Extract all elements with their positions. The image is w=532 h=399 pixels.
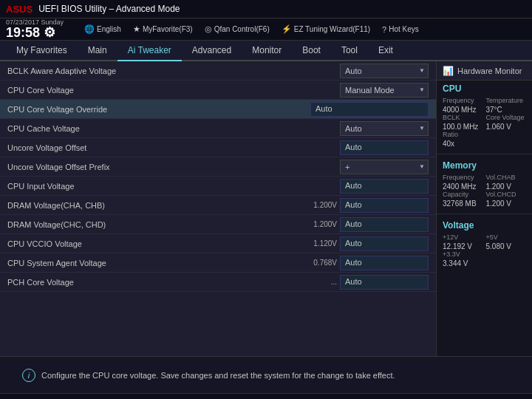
dropdown-control[interactable]: Auto bbox=[340, 121, 429, 136]
hw-section-title: Voltage bbox=[443, 220, 526, 231]
hw-value: 1.200 V bbox=[486, 183, 527, 191]
hw-label: Frequency bbox=[443, 174, 483, 181]
setting-row[interactable]: CPU Core Voltage OverrideAuto bbox=[0, 100, 436, 119]
setting-row[interactable]: CPU Cache VoltageAuto bbox=[0, 119, 436, 138]
hot-keys-btn[interactable]: ? Hot Keys bbox=[382, 25, 419, 34]
hw-label: Frequency bbox=[443, 97, 483, 104]
hw-section-voltage: Voltage+12V+5V12.192 V5.080 V+3.3V3.344 … bbox=[437, 217, 532, 270]
ez-tuning-btn[interactable]: ⚡ EZ Tuning Wizard(F11) bbox=[282, 24, 370, 34]
textbox-control[interactable]: Auto bbox=[340, 275, 429, 290]
hw-value: 40x bbox=[443, 140, 483, 148]
language-selector[interactable]: 🌐 English bbox=[84, 24, 121, 34]
nav-item-advanced[interactable]: Advanced bbox=[182, 41, 242, 61]
setting-prefix: 1.120V bbox=[304, 239, 337, 248]
hw-value: 1.200 V bbox=[486, 200, 527, 208]
setting-prefix: ... bbox=[304, 278, 337, 286]
hw-value: 4000 MHz bbox=[443, 106, 483, 114]
hw-section-title: Memory bbox=[443, 160, 526, 171]
hw-value: 100.0 MHz bbox=[443, 123, 483, 131]
nav-item-monitor[interactable]: Monitor bbox=[242, 41, 292, 61]
hw-grid-row: BCLKCore Voltage100.0 MHz1.060 V bbox=[443, 114, 526, 131]
ez-tuning-label: EZ Tuning Wizard(F11) bbox=[294, 25, 370, 33]
nav-item-boot[interactable]: Boot bbox=[292, 41, 331, 61]
second-bar: 07/23/2017 Sunday 19:58 ⚙ 🌐 English ★ My… bbox=[0, 18, 532, 41]
hw-value: 37°C bbox=[486, 106, 527, 114]
globe-icon: 🌐 bbox=[84, 24, 95, 34]
setting-label: Uncore Voltage Offset bbox=[7, 143, 340, 152]
info-icon: i bbox=[22, 369, 35, 382]
hot-keys-label: Hot Keys bbox=[389, 25, 419, 33]
hw-monitor-title: Hardware Monitor bbox=[457, 66, 522, 75]
setting-row[interactable]: DRAM Voltage(CHA, CHB)1.200VAuto bbox=[0, 196, 436, 215]
setting-row[interactable]: Uncore Voltage OffsetAuto bbox=[0, 138, 436, 157]
setting-row[interactable]: CPU Core VoltageManual Mode bbox=[0, 81, 436, 100]
setting-row[interactable]: CPU Input VoltageAuto bbox=[0, 177, 436, 196]
qfan-label: Qfan Control(F6) bbox=[214, 25, 270, 33]
setting-prefix: 1.200V bbox=[304, 201, 337, 209]
star-icon: ★ bbox=[133, 24, 140, 34]
hw-value: 12.192 V bbox=[443, 242, 483, 250]
setting-label: CPU Core Voltage bbox=[7, 86, 340, 95]
textbox-control[interactable]: Auto bbox=[310, 102, 429, 117]
hw-label: Vol.CHAB bbox=[486, 174, 527, 181]
hw-label: Temperature bbox=[486, 97, 527, 104]
setting-value-box: 1.200VAuto bbox=[304, 217, 429, 232]
setting-row[interactable]: Uncore Voltage Offset Prefix+ bbox=[0, 157, 436, 177]
my-favorites-label: MyFavorite(F3) bbox=[143, 25, 193, 33]
textbox-control[interactable]: Auto bbox=[340, 256, 429, 270]
hw-label: Vol.CHCD bbox=[486, 191, 527, 198]
hw-divider bbox=[437, 214, 532, 214]
title-text: UEFI BIOS Utility – Advanced Mode bbox=[38, 4, 180, 14]
setting-value-box: 1.200VAuto bbox=[304, 198, 429, 213]
setting-row[interactable]: PCH Core Voltage...Auto bbox=[0, 273, 436, 292]
hw-label bbox=[486, 250, 527, 258]
setting-label: CPU Input Voltage bbox=[7, 182, 340, 191]
setting-label: BCLK Aware Adaptive Voltage bbox=[7, 66, 340, 75]
textbox-control[interactable]: Auto bbox=[340, 140, 429, 155]
setting-value-box: Auto bbox=[340, 140, 429, 155]
asus-logo: ASUS bbox=[6, 4, 33, 15]
setting-value-box: 1.120VAuto bbox=[304, 236, 429, 251]
dropdown-control[interactable]: Manual Mode bbox=[340, 83, 429, 98]
hw-section-cpu: CPUFrequencyTemperature4000 MHz37°CBCLKC… bbox=[437, 81, 532, 151]
help-icon: ? bbox=[382, 25, 386, 34]
nav-item-exit[interactable]: Exit bbox=[368, 41, 403, 61]
setting-value-box: Auto bbox=[340, 179, 429, 194]
textbox-control[interactable]: Auto bbox=[340, 179, 429, 194]
setting-prefix: 1.200V bbox=[304, 220, 337, 228]
hw-section-title: CPU bbox=[443, 83, 526, 94]
hw-label: +12V bbox=[443, 233, 483, 241]
dropdown-control[interactable]: Auto bbox=[340, 64, 429, 78]
nav-item-my-favorites[interactable]: My Favorites bbox=[6, 41, 78, 61]
setting-row[interactable]: DRAM Voltage(CHC, CHD)1.200VAuto bbox=[0, 215, 436, 234]
setting-row[interactable]: CPU System Agent Voltage0.768VAuto bbox=[0, 253, 436, 273]
my-favorites-btn[interactable]: ★ MyFavorite(F3) bbox=[133, 24, 193, 34]
setting-row[interactable]: BCLK Aware Adaptive VoltageAuto bbox=[0, 61, 436, 81]
nav-item-tool[interactable]: Tool bbox=[331, 41, 368, 61]
hw-section-memory: MemoryFrequencyVol.CHAB2400 MHz1.200 VCa… bbox=[437, 157, 532, 211]
language-label: English bbox=[97, 25, 121, 33]
hw-label: +3.3V bbox=[443, 250, 483, 258]
hw-grid-row: FrequencyTemperature4000 MHz37°C bbox=[443, 97, 526, 114]
hw-grid-row: CapacityVol.CHCD32768 MB1.200 V bbox=[443, 191, 526, 208]
setting-row[interactable]: CPU VCCIO Voltage1.120VAuto bbox=[0, 234, 436, 253]
textbox-control[interactable]: Auto bbox=[340, 217, 429, 232]
textbox-control[interactable]: Auto bbox=[340, 198, 429, 213]
nav-item-ai-tweaker[interactable]: Ai Tweaker bbox=[117, 41, 182, 61]
setting-value-box: Auto bbox=[340, 64, 429, 78]
setting-label: CPU System Agent Voltage bbox=[7, 259, 304, 267]
nav-item-main[interactable]: Main bbox=[78, 41, 117, 61]
setting-value-box: Manual Mode bbox=[340, 83, 429, 98]
hw-value bbox=[486, 259, 527, 267]
setting-label: DRAM Voltage(CHA, CHB) bbox=[7, 201, 304, 210]
hw-value bbox=[486, 140, 527, 148]
qfan-btn[interactable]: ◎ Qfan Control(F6) bbox=[205, 24, 270, 34]
dropdown-control[interactable]: + bbox=[340, 160, 429, 174]
textbox-control[interactable]: Auto bbox=[340, 236, 429, 251]
hw-label: Ratio bbox=[443, 131, 483, 138]
hw-value: 1.060 V bbox=[486, 123, 527, 131]
hw-divider bbox=[437, 154, 532, 154]
hw-label: Capacity bbox=[443, 191, 483, 198]
info-bar: i Configure the CPU core voltage. Save c… bbox=[0, 356, 532, 393]
setting-label: DRAM Voltage(CHC, CHD) bbox=[7, 220, 304, 229]
